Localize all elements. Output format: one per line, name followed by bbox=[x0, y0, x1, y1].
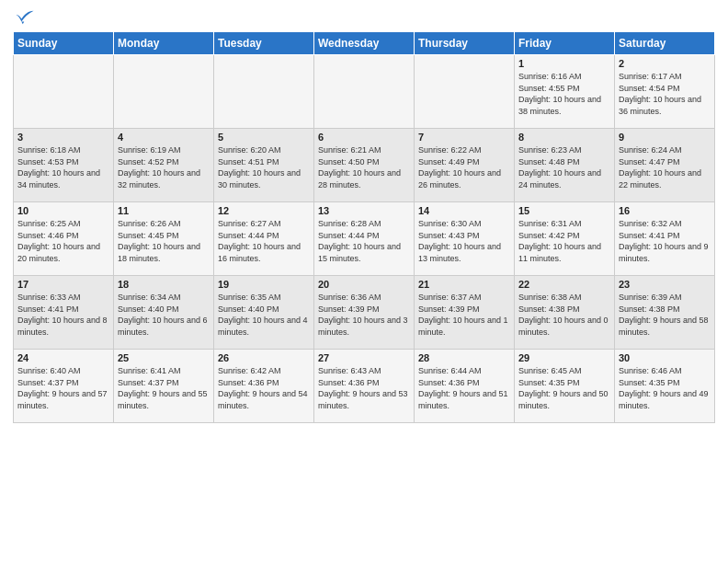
day-info: Sunrise: 6:20 AM Sunset: 4:51 PM Dayligh… bbox=[218, 144, 310, 190]
calendar-cell: 2Sunrise: 6:17 AM Sunset: 4:54 PM Daylig… bbox=[615, 55, 715, 129]
day-info: Sunrise: 6:41 AM Sunset: 4:37 PM Dayligh… bbox=[118, 365, 210, 411]
day-info: Sunrise: 6:18 AM Sunset: 4:53 PM Dayligh… bbox=[17, 144, 109, 190]
weekday-header-saturday: Saturday bbox=[615, 32, 715, 55]
day-info: Sunrise: 6:21 AM Sunset: 4:50 PM Dayligh… bbox=[318, 144, 410, 190]
day-info: Sunrise: 6:45 AM Sunset: 4:35 PM Dayligh… bbox=[518, 365, 610, 411]
day-info: Sunrise: 6:31 AM Sunset: 4:42 PM Dayligh… bbox=[518, 218, 610, 264]
day-info: Sunrise: 6:38 AM Sunset: 4:38 PM Dayligh… bbox=[518, 292, 610, 338]
day-number: 9 bbox=[619, 132, 711, 143]
calendar-cell: 8Sunrise: 6:23 AM Sunset: 4:48 PM Daylig… bbox=[515, 129, 615, 202]
day-number: 26 bbox=[218, 352, 310, 363]
day-number: 1 bbox=[518, 58, 610, 69]
logo-bird-icon bbox=[15, 9, 35, 26]
calendar-cell: 22Sunrise: 6:38 AM Sunset: 4:38 PM Dayli… bbox=[515, 276, 615, 350]
calendar-cell: 23Sunrise: 6:39 AM Sunset: 4:38 PM Dayli… bbox=[615, 276, 715, 350]
day-info: Sunrise: 6:34 AM Sunset: 4:40 PM Dayligh… bbox=[118, 292, 210, 338]
week-row-2: 10Sunrise: 6:25 AM Sunset: 4:46 PM Dayli… bbox=[14, 202, 715, 276]
day-info: Sunrise: 6:27 AM Sunset: 4:44 PM Dayligh… bbox=[218, 218, 310, 264]
calendar-cell: 21Sunrise: 6:37 AM Sunset: 4:39 PM Dayli… bbox=[415, 276, 515, 350]
day-info: Sunrise: 6:30 AM Sunset: 4:43 PM Dayligh… bbox=[418, 218, 510, 264]
calendar-cell: 1Sunrise: 6:16 AM Sunset: 4:55 PM Daylig… bbox=[515, 55, 615, 129]
calendar-cell bbox=[14, 55, 114, 129]
calendar-cell: 27Sunrise: 6:43 AM Sunset: 4:36 PM Dayli… bbox=[314, 350, 415, 423]
day-number: 11 bbox=[118, 205, 210, 216]
day-number: 20 bbox=[318, 279, 410, 290]
day-number: 8 bbox=[518, 132, 610, 143]
day-number: 13 bbox=[318, 205, 410, 216]
week-row-1: 3Sunrise: 6:18 AM Sunset: 4:53 PM Daylig… bbox=[14, 129, 715, 202]
day-number: 14 bbox=[418, 205, 510, 216]
weekday-header-row: SundayMondayTuesdayWednesdayThursdayFrid… bbox=[14, 32, 715, 55]
calendar-cell: 9Sunrise: 6:24 AM Sunset: 4:47 PM Daylig… bbox=[615, 129, 715, 202]
day-number: 15 bbox=[518, 205, 610, 216]
calendar-cell: 30Sunrise: 6:46 AM Sunset: 4:35 PM Dayli… bbox=[615, 350, 715, 423]
day-number: 12 bbox=[218, 205, 310, 216]
header bbox=[13, 9, 715, 26]
calendar-cell: 5Sunrise: 6:20 AM Sunset: 4:51 PM Daylig… bbox=[214, 129, 314, 202]
calendar-cell: 25Sunrise: 6:41 AM Sunset: 4:37 PM Dayli… bbox=[114, 350, 214, 423]
day-number: 18 bbox=[118, 279, 210, 290]
calendar-cell: 11Sunrise: 6:26 AM Sunset: 4:45 PM Dayli… bbox=[114, 202, 214, 276]
logo bbox=[13, 9, 35, 26]
calendar-cell: 26Sunrise: 6:42 AM Sunset: 4:36 PM Dayli… bbox=[214, 350, 314, 423]
calendar-cell: 24Sunrise: 6:40 AM Sunset: 4:37 PM Dayli… bbox=[14, 350, 114, 423]
page: SundayMondayTuesdayWednesdayThursdayFrid… bbox=[0, 0, 728, 429]
week-row-0: 1Sunrise: 6:16 AM Sunset: 4:55 PM Daylig… bbox=[14, 55, 715, 129]
calendar-cell bbox=[214, 55, 314, 129]
day-number: 5 bbox=[218, 132, 310, 143]
day-number: 29 bbox=[518, 352, 610, 363]
calendar-table: SundayMondayTuesdayWednesdayThursdayFrid… bbox=[13, 31, 715, 423]
day-number: 4 bbox=[118, 132, 210, 143]
weekday-header-friday: Friday bbox=[515, 32, 615, 55]
calendar-cell bbox=[114, 55, 214, 129]
day-number: 19 bbox=[218, 279, 310, 290]
calendar-cell bbox=[314, 55, 415, 129]
weekday-header-wednesday: Wednesday bbox=[314, 32, 415, 55]
weekday-header-thursday: Thursday bbox=[415, 32, 515, 55]
calendar-cell: 15Sunrise: 6:31 AM Sunset: 4:42 PM Dayli… bbox=[515, 202, 615, 276]
calendar-cell: 20Sunrise: 6:36 AM Sunset: 4:39 PM Dayli… bbox=[314, 276, 415, 350]
calendar-cell: 17Sunrise: 6:33 AM Sunset: 4:41 PM Dayli… bbox=[14, 276, 114, 350]
day-number: 24 bbox=[17, 352, 109, 363]
calendar-cell bbox=[415, 55, 515, 129]
day-number: 25 bbox=[118, 352, 210, 363]
day-info: Sunrise: 6:43 AM Sunset: 4:36 PM Dayligh… bbox=[318, 365, 410, 411]
day-info: Sunrise: 6:25 AM Sunset: 4:46 PM Dayligh… bbox=[17, 218, 109, 264]
weekday-header-sunday: Sunday bbox=[14, 32, 114, 55]
day-info: Sunrise: 6:32 AM Sunset: 4:41 PM Dayligh… bbox=[619, 218, 711, 264]
day-info: Sunrise: 6:17 AM Sunset: 4:54 PM Dayligh… bbox=[619, 71, 711, 117]
day-number: 30 bbox=[619, 352, 711, 363]
day-number: 10 bbox=[17, 205, 109, 216]
calendar-cell: 4Sunrise: 6:19 AM Sunset: 4:52 PM Daylig… bbox=[114, 129, 214, 202]
day-info: Sunrise: 6:46 AM Sunset: 4:35 PM Dayligh… bbox=[619, 365, 711, 411]
calendar-cell: 12Sunrise: 6:27 AM Sunset: 4:44 PM Dayli… bbox=[214, 202, 314, 276]
calendar-cell: 14Sunrise: 6:30 AM Sunset: 4:43 PM Dayli… bbox=[415, 202, 515, 276]
calendar-cell: 18Sunrise: 6:34 AM Sunset: 4:40 PM Dayli… bbox=[114, 276, 214, 350]
day-info: Sunrise: 6:23 AM Sunset: 4:48 PM Dayligh… bbox=[518, 144, 610, 190]
day-info: Sunrise: 6:24 AM Sunset: 4:47 PM Dayligh… bbox=[619, 144, 711, 190]
day-info: Sunrise: 6:26 AM Sunset: 4:45 PM Dayligh… bbox=[118, 218, 210, 264]
day-number: 7 bbox=[418, 132, 510, 143]
week-row-3: 17Sunrise: 6:33 AM Sunset: 4:41 PM Dayli… bbox=[14, 276, 715, 350]
day-number: 6 bbox=[318, 132, 410, 143]
day-number: 28 bbox=[418, 352, 510, 363]
day-number: 2 bbox=[619, 58, 711, 69]
day-number: 21 bbox=[418, 279, 510, 290]
day-info: Sunrise: 6:37 AM Sunset: 4:39 PM Dayligh… bbox=[418, 292, 510, 338]
calendar-cell: 7Sunrise: 6:22 AM Sunset: 4:49 PM Daylig… bbox=[415, 129, 515, 202]
calendar-cell: 13Sunrise: 6:28 AM Sunset: 4:44 PM Dayli… bbox=[314, 202, 415, 276]
week-row-4: 24Sunrise: 6:40 AM Sunset: 4:37 PM Dayli… bbox=[14, 350, 715, 423]
day-info: Sunrise: 6:16 AM Sunset: 4:55 PM Dayligh… bbox=[518, 71, 610, 117]
day-number: 3 bbox=[17, 132, 109, 143]
day-info: Sunrise: 6:22 AM Sunset: 4:49 PM Dayligh… bbox=[418, 144, 510, 190]
calendar-cell: 16Sunrise: 6:32 AM Sunset: 4:41 PM Dayli… bbox=[615, 202, 715, 276]
calendar-cell: 6Sunrise: 6:21 AM Sunset: 4:50 PM Daylig… bbox=[314, 129, 415, 202]
weekday-header-tuesday: Tuesday bbox=[214, 32, 314, 55]
day-number: 27 bbox=[318, 352, 410, 363]
day-info: Sunrise: 6:33 AM Sunset: 4:41 PM Dayligh… bbox=[17, 292, 109, 338]
day-info: Sunrise: 6:40 AM Sunset: 4:37 PM Dayligh… bbox=[17, 365, 109, 411]
day-number: 23 bbox=[619, 279, 711, 290]
calendar-cell: 28Sunrise: 6:44 AM Sunset: 4:36 PM Dayli… bbox=[415, 350, 515, 423]
calendar-cell: 19Sunrise: 6:35 AM Sunset: 4:40 PM Dayli… bbox=[214, 276, 314, 350]
day-info: Sunrise: 6:39 AM Sunset: 4:38 PM Dayligh… bbox=[619, 292, 711, 338]
